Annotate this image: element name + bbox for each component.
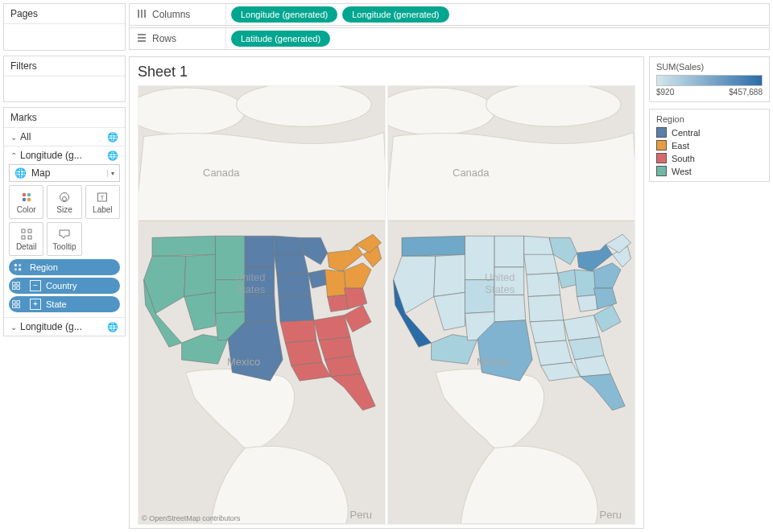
- field-pill-region[interactable]: Region: [9, 259, 120, 275]
- size-icon: [58, 191, 71, 204]
- svg-rect-17: [17, 282, 20, 286]
- marks-longitude-row-1[interactable]: ⌃ Longitude (g... 🌐: [4, 146, 125, 164]
- legend-item-east[interactable]: East: [656, 140, 763, 151]
- chevron-up-icon: ⌃: [10, 151, 17, 160]
- svg-rect-18: [13, 287, 16, 290]
- mark-type-select[interactable]: 🌐 Map ▾: [9, 164, 120, 182]
- svg-text:T: T: [101, 194, 105, 201]
- rows-shelf[interactable]: Rows Latitude (generated): [129, 27, 770, 50]
- rows-pill-0[interactable]: Latitude (generated): [231, 31, 330, 47]
- svg-point-12: [14, 264, 18, 267]
- svg-rect-11: [28, 236, 31, 239]
- tooltip-icon: [58, 228, 71, 241]
- rows-shelf-label: Rows: [130, 28, 226, 49]
- size-button[interactable]: Size: [47, 185, 81, 219]
- svg-rect-21: [17, 301, 20, 304]
- rows-label-text: Rows: [152, 33, 176, 44]
- columns-shelf[interactable]: Columns Longitude (generated) Longitude …: [129, 3, 770, 26]
- tooltip-label: Tooltip: [53, 242, 76, 251]
- map-attribution: © OpenStreetMap contributors: [142, 514, 240, 522]
- swatch-icon: [656, 140, 667, 151]
- field-pill-state[interactable]: + State: [9, 296, 120, 312]
- legend-sum-sales[interactable]: SUM(Sales) $920 $457,688: [649, 56, 770, 102]
- columns-pill-0[interactable]: Longitude (generated): [231, 6, 337, 23]
- detail-label: Detail: [16, 242, 37, 251]
- legend-item-label: South: [672, 154, 695, 163]
- filters-label: Filters: [4, 56, 125, 76]
- label-button[interactable]: T Label: [85, 185, 120, 219]
- globe-icon: 🌐: [107, 151, 118, 161]
- svg-rect-24: [138, 10, 139, 18]
- svg-rect-25: [141, 10, 143, 18]
- columns-label-text: Columns: [152, 9, 190, 20]
- svg-rect-28: [138, 37, 146, 39]
- rows-icon: [136, 32, 147, 46]
- marks-all-row[interactable]: ⌄ All 🌐: [4, 127, 125, 146]
- color-label: Color: [17, 205, 36, 214]
- field-pill-region-label: Region: [30, 262, 58, 272]
- pages-shelf[interactable]: Pages: [3, 3, 126, 51]
- pages-label: Pages: [4, 4, 125, 24]
- detail-icon: [9, 297, 23, 311]
- svg-rect-26: [144, 10, 146, 18]
- legend-item-label: West: [672, 167, 692, 176]
- legend-region[interactable]: Region Central East South West: [649, 109, 770, 182]
- marks-card: Marks ⌄ All 🌐 ⌃ Longitude (g... 🌐 🌐 Map …: [3, 107, 126, 336]
- legend-sum-sales-title: SUM(Sales): [656, 62, 763, 72]
- svg-point-31: [138, 88, 245, 135]
- tooltip-button[interactable]: Tooltip: [47, 222, 81, 256]
- chevron-down-icon: ⌄: [10, 133, 17, 142]
- swatch-icon: [656, 166, 667, 176]
- field-pill-country-label: Country: [46, 281, 77, 291]
- collapse-icon[interactable]: −: [30, 280, 41, 291]
- svg-rect-16: [13, 282, 16, 286]
- map-sales[interactable]: Canada United States Mexico Peru: [387, 85, 635, 525]
- svg-point-35: [486, 86, 621, 126]
- viz-area: Sheet 1: [129, 56, 644, 529]
- marks-longitude-row-2[interactable]: ⌄ Longitude (g... 🌐: [4, 317, 125, 336]
- svg-point-15: [19, 268, 22, 271]
- svg-point-1: [27, 192, 31, 196]
- svg-point-34: [388, 88, 494, 135]
- swatch-icon: [656, 153, 667, 163]
- marks-longitude-label-1: Longitude (g...: [20, 150, 107, 161]
- legend-item-label: East: [672, 141, 689, 151]
- legend-item-west[interactable]: West: [656, 166, 763, 176]
- svg-point-14: [14, 268, 18, 271]
- svg-rect-29: [138, 40, 146, 42]
- color-icon: [20, 191, 33, 204]
- detail-icon: [20, 228, 33, 241]
- detail-icon: [9, 278, 23, 293]
- field-pill-country[interactable]: − Country: [9, 278, 120, 294]
- expand-icon[interactable]: +: [30, 299, 41, 310]
- legend-item-central[interactable]: Central: [656, 127, 763, 138]
- svg-point-5: [62, 196, 66, 200]
- color-gradient: [656, 75, 763, 86]
- size-label: Size: [56, 205, 72, 214]
- mark-type-value: Map: [31, 167, 102, 179]
- svg-point-0: [22, 192, 26, 196]
- svg-point-3: [27, 197, 31, 201]
- columns-pill-1[interactable]: Longitude (generated): [342, 6, 449, 23]
- marks-label: Marks: [4, 108, 125, 127]
- svg-rect-19: [17, 287, 20, 290]
- globe-icon: 🌐: [14, 167, 27, 179]
- filters-shelf[interactable]: Filters: [3, 56, 126, 102]
- legend-max-value: $457,688: [729, 88, 763, 97]
- globe-icon: 🌐: [107, 322, 118, 332]
- svg-rect-9: [28, 229, 31, 233]
- marks-longitude-label-2: Longitude (g...: [20, 321, 107, 332]
- svg-rect-8: [22, 229, 25, 233]
- svg-point-32: [237, 86, 371, 126]
- label-icon: T: [96, 191, 109, 204]
- map-regions[interactable]: Canada United States Mexico Peru © OpenS…: [138, 85, 386, 525]
- color-button[interactable]: Color: [9, 185, 43, 219]
- legend-item-south[interactable]: South: [656, 153, 763, 163]
- detail-button[interactable]: Detail: [9, 222, 43, 256]
- sheet-title[interactable]: Sheet 1: [138, 64, 635, 80]
- color-icon: [10, 260, 25, 274]
- svg-point-2: [22, 197, 26, 201]
- label-label: Label: [93, 205, 112, 214]
- chevron-down-icon: ⌄: [10, 323, 17, 332]
- svg-point-13: [19, 264, 22, 267]
